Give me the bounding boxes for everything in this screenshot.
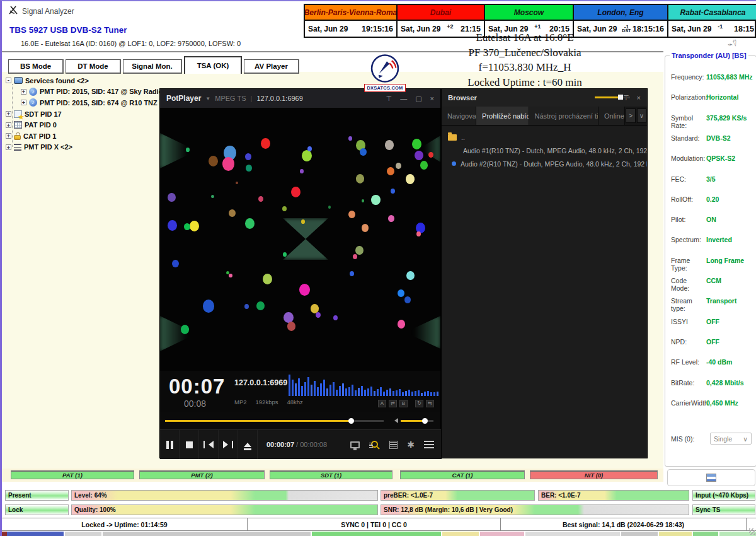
display-icon[interactable]	[350, 441, 360, 448]
spectrum-bar	[367, 388, 369, 396]
volume-handle[interactable]	[422, 418, 428, 424]
chevron-right-icon[interactable]: >	[626, 108, 635, 123]
chevron-down-icon[interactable]: ▼	[205, 96, 210, 102]
tree-expander[interactable]: +	[6, 133, 11, 139]
browser-file-list: ..Audio #1(R10 TNZ) - Dutch, MPEG Audio,…	[442, 125, 647, 170]
clipped-segment	[103, 532, 311, 536]
tab-dt-mode[interactable]: DT Mode	[66, 59, 121, 74]
spectrum-bar	[389, 388, 391, 396]
close-icon[interactable]: ×	[637, 94, 641, 102]
close-icon[interactable]: ×	[430, 95, 434, 103]
video-dot	[246, 165, 252, 172]
server-icon	[706, 474, 716, 482]
potplayer-app-name[interactable]: PotPlayer	[166, 94, 201, 103]
next-button[interactable]	[219, 430, 238, 459]
tree-item[interactable]: +PAT PID 0	[6, 119, 160, 131]
browser-titlebar[interactable]: Browser ⊤ ×	[442, 89, 647, 107]
tree-expander[interactable]: +	[21, 89, 26, 95]
codec-label: MP2	[234, 399, 247, 405]
samplerate-label: 48khz	[287, 399, 302, 405]
browser-item-label: Audio #1(R10 TNZ) - Dutch, MPEG Audio, 4…	[463, 147, 647, 154]
browser-tab-2[interactable]: Prohlížeč nabídky	[476, 107, 529, 125]
chevron-down-icon[interactable]: ∨	[637, 108, 646, 123]
video-dot	[261, 138, 270, 149]
spectrum-bar	[304, 382, 306, 396]
ber-meter: BER: <1.0E-7	[538, 490, 689, 501]
tree-item[interactable]: +♪PMT PID: 2015, SID: 674 @ R10 TNZ (BP-…	[6, 97, 160, 108]
video-canvas[interactable]	[160, 108, 440, 371]
player-controls: 00:00:07 / 00:00:08 ✱	[160, 429, 442, 459]
playlist-icon[interactable]	[389, 441, 398, 449]
clock-city: Berlin-Paris-Vienna-Roma	[305, 5, 398, 20]
tree-expander[interactable]: -	[6, 78, 11, 83]
player-info-strip: 00:07 00:08 127.0.0.1:6969 MP2 192kbps 4…	[160, 371, 440, 412]
video-dot	[404, 296, 411, 303]
transponder-value: -40 dBm	[706, 358, 732, 367]
previous-button[interactable]	[199, 430, 219, 459]
status-uptime: Locked -> Uptime: 01:14:59	[2, 518, 248, 530]
marker-b-button[interactable]: B	[399, 400, 408, 407]
tab-av-player[interactable]: AV Player	[244, 59, 299, 74]
tab-bs-mode[interactable]: BS Mode	[8, 59, 64, 74]
video-dot	[362, 224, 369, 231]
minimize-icon[interactable]: —	[400, 95, 407, 103]
maximize-icon[interactable]: ▢	[415, 95, 421, 103]
tree-item[interactable]: -Services found <2>	[6, 75, 160, 86]
browser-up-item[interactable]: ..	[442, 131, 647, 144]
annotation-line-4: Locked Uptime : t=60 min	[391, 75, 658, 90]
resize-grip[interactable]	[749, 528, 755, 535]
search-icon[interactable]	[369, 440, 380, 450]
browser-tab-3[interactable]: Nástroj procházení titulků	[529, 107, 599, 125]
tree-expander[interactable]: +	[21, 100, 26, 105]
marker-a-button[interactable]: A	[378, 400, 386, 407]
seek-bar[interactable]	[165, 420, 384, 422]
clock-date: Sat, Jun 29	[308, 25, 348, 33]
browser-list-item[interactable]: Audio #1(R10 TNZ) - Dutch, MPEG Audio, 4…	[442, 144, 647, 157]
input-indicator: Input (~470 Kbps)	[692, 490, 755, 501]
seek-handle[interactable]	[348, 418, 354, 424]
tree-expander[interactable]: +	[6, 122, 11, 128]
spectrum-bar	[433, 392, 435, 396]
pin-icon[interactable]: ⊤	[386, 95, 392, 103]
speaker-icon[interactable]	[392, 418, 398, 423]
tree-item[interactable]: +♪PMT PID: 2015, SID: 417 @ Sky Radio TN…	[6, 86, 160, 98]
transponder-label: Spectrum:	[671, 236, 706, 245]
browser-tab-4[interactable]: Online	[598, 107, 625, 125]
tree-item[interactable]: +PMT PID X <2>	[6, 142, 160, 153]
tree-expander[interactable]: +	[6, 144, 11, 150]
video-dot	[245, 153, 251, 160]
stop-button[interactable]	[180, 430, 199, 459]
browser-slider[interactable]	[595, 96, 630, 98]
transponder-row: Symbol Rate:375,829 KS/s	[671, 114, 755, 123]
shuffle-icon[interactable]: ⇆	[426, 400, 434, 407]
menu-icon[interactable]	[424, 441, 434, 448]
spectrum-bar	[386, 390, 388, 396]
current-time: 00:00:07	[266, 441, 294, 448]
tree-item[interactable]: +CAT PID 1	[6, 131, 160, 142]
mis-dropdown[interactable]: Single ∨	[710, 433, 752, 445]
volume-bar[interactable]	[401, 420, 433, 422]
tab-tsa-ok-[interactable]: TSA (OK)	[184, 56, 242, 74]
pause-button[interactable]	[160, 430, 180, 459]
spectrum-bar	[399, 389, 401, 396]
volume-fill	[401, 420, 425, 422]
video-dot	[353, 254, 357, 259]
transponder-row: RollOff:0.20	[671, 195, 755, 204]
ts-record-button[interactable]	[667, 469, 755, 486]
browser-tab-1[interactable]: Navigovat	[442, 107, 476, 125]
transponder-row: ISSYIOFF	[671, 318, 755, 327]
browser-list-item[interactable]: Audio #2(R10 TNZ) - Dutch, MPEG Audio, 4…	[442, 157, 647, 170]
lock-icon	[14, 135, 21, 140]
video-dot	[302, 150, 312, 161]
spectrum-bar	[402, 392, 404, 396]
loop-icon[interactable]: ↻	[415, 400, 423, 407]
clock-datetime: Sat, Jun 29-118:15	[668, 21, 756, 37]
ab-swap-icon[interactable]: ⇄	[389, 400, 397, 407]
video-dot	[168, 220, 177, 231]
tree-item[interactable]: +SDT PID 17	[6, 108, 160, 120]
eject-button[interactable]	[238, 430, 258, 459]
tab-signal-mon-[interactable]: Signal Mon.	[123, 59, 182, 74]
settings-gear-icon[interactable]: ✱	[407, 440, 415, 449]
tree-expander[interactable]: +	[6, 111, 11, 117]
video-dot	[203, 300, 214, 312]
